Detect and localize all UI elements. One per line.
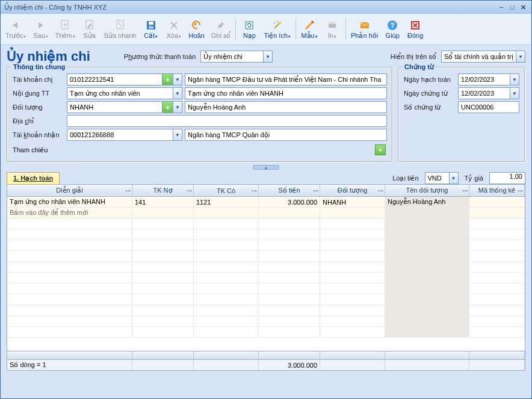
col-stat[interactable]: Mã thống kê⊶ (469, 185, 525, 196)
plus-icon[interactable]: + (162, 74, 173, 85)
tab-accounting[interactable]: 1. Hạch toán (7, 172, 60, 184)
toolbar-next[interactable]: Sau▾ (29, 18, 51, 40)
split-handle[interactable]: ▲ (253, 165, 279, 170)
addr-input[interactable] (67, 115, 387, 127)
chevron-down-icon[interactable]: ▼ (173, 129, 182, 140)
pin-icon[interactable]: ⊶ (187, 188, 192, 194)
titlebar: Ủy nhiệm chi - Công ty TNHH XYZ – □ ✕ (1, 1, 531, 14)
toolbar-save[interactable]: Cất▾ (140, 18, 162, 41)
toolbar-prev[interactable]: Trước▾ (3, 18, 28, 41)
chevron-down-icon[interactable]: ▼ (510, 74, 519, 85)
toolbar-help[interactable]: ?Giúp (382, 18, 403, 40)
toolbar-load[interactable]: Nạp (238, 18, 260, 41)
pin-icon[interactable]: ⊶ (518, 188, 523, 194)
pencil-icon (215, 19, 227, 31)
refresh-icon (243, 19, 255, 31)
content-full-input[interactable]: Tạm ứng cho nhân viên NHANH (185, 87, 387, 99)
chevron-down-icon[interactable]: ▼ (516, 51, 525, 62)
postdate-input[interactable]: 12/02/2023▼ (458, 73, 519, 85)
pin-icon[interactable]: ⊶ (462, 188, 468, 194)
vno-input[interactable]: UNC00006 (458, 101, 519, 113)
grid-footer: Số dòng = 1 3.000.000 (7, 360, 525, 371)
general-fieldset: Thông tin chung Tài khoản chi 0101222125… (7, 67, 393, 162)
rate-label: Tỷ giá (465, 175, 483, 182)
svg-point-7 (279, 21, 282, 23)
pin-icon[interactable]: ⊶ (125, 188, 131, 194)
sum-amount: 3.000.000 (259, 360, 320, 370)
toolbar-feedback[interactable]: Phản hồi (348, 18, 380, 41)
window-title: Ủy nhiệm chi - Công ty TNHH XYZ (4, 4, 495, 11)
table-row[interactable]: Tạm ứng cho nhân viên NHANH 141 1121 3.0… (7, 197, 525, 208)
vdate-input[interactable]: 12/02/2023▼ (458, 87, 519, 99)
grid-header: Diễn giải⊶ TK Nợ⊶ TK Có⊶ Số tiền⊶ Đối tư… (7, 185, 525, 197)
bank-pay-input[interactable]: Ngân hàng TMCP Đầu tư và Phát triển Việt… (185, 73, 387, 85)
ref-add-button[interactable]: + (375, 144, 386, 155)
subject-label: Đối tượng (13, 104, 64, 111)
acct-recv-combo[interactable]: 000121266888▼ (67, 129, 182, 141)
toolbar-print[interactable]: In▾ (321, 18, 343, 40)
new-row[interactable]: Bấm vào đây để thêm mới (7, 208, 525, 218)
toolbar-template[interactable]: Mẫu▾ (298, 18, 320, 41)
paymethod-combo[interactable]: Ủy nhiệm chi▼ (200, 51, 273, 63)
col-desc[interactable]: Diễn giải⊶ (7, 185, 132, 196)
toolbar-util[interactable]: Tiện ích▾ (261, 18, 293, 41)
content-combo[interactable]: Tạm ứng cho nhân viên▼ (67, 87, 182, 99)
save-icon (145, 19, 157, 31)
svg-rect-4 (149, 22, 153, 25)
toolbar-post[interactable]: Ghi sổ (209, 18, 234, 41)
toolbar-quickedit[interactable]: Sửa nhanh (102, 18, 139, 41)
svg-rect-6 (246, 22, 253, 29)
close-window-button[interactable]: ✕ (518, 2, 528, 12)
currency-combo[interactable]: VND▼ (425, 172, 459, 184)
addr-label: Địa chỉ (13, 117, 64, 125)
chevron-down-icon[interactable]: ▼ (173, 88, 182, 99)
display-label: Hiển thị trên sổ (391, 53, 436, 61)
acct-recv-label: Tài khoản nhận (13, 131, 64, 139)
col-debit[interactable]: TK Nợ⊶ (132, 185, 194, 196)
display-combo[interactable]: Sổ tài chính và quản trị▼ (441, 51, 525, 63)
col-amount[interactable]: Số tiền⊶ (259, 185, 320, 196)
general-legend: Thông tin chung (11, 63, 67, 70)
toolbar-add[interactable]: Thêm▾ (52, 18, 77, 40)
toolbar-delete[interactable]: Xóa▾ (163, 18, 185, 40)
page-title: Ủy nhiệm chi (7, 49, 90, 64)
acct-pay-label: Tài khoản chi (13, 76, 64, 84)
row-count: Số dòng = 1 (7, 360, 132, 370)
pin-icon[interactable]: ⊶ (313, 188, 318, 194)
chevron-down-icon[interactable]: ▼ (449, 173, 458, 184)
subject-name-input[interactable]: Nguyễn Hoàng Anh (185, 101, 387, 113)
delete-icon (168, 19, 180, 31)
toolbar-undo[interactable]: Hoãn (186, 18, 208, 40)
pin-icon[interactable]: ⊶ (378, 188, 383, 194)
maximize-button[interactable]: □ (507, 2, 517, 12)
voucher-fieldset: Chứng từ Ngày hạch toán 12/02/2023▼ Ngày… (398, 67, 525, 162)
chevron-down-icon[interactable]: ▼ (173, 102, 182, 113)
rate-input[interactable]: 1,00 (489, 172, 525, 184)
svg-rect-5 (149, 26, 153, 29)
pin-icon[interactable]: ⊶ (252, 188, 257, 194)
col-subject[interactable]: Đối tượng⊶ (320, 185, 385, 196)
ref-label: Tham chiếu (13, 146, 64, 154)
arrow-right-icon (34, 19, 46, 31)
file-edit-icon (84, 19, 96, 31)
plus-icon[interactable]: + (162, 102, 173, 113)
mail-icon (359, 19, 371, 31)
postdate-label: Ngày hạch toán (404, 76, 456, 84)
col-credit[interactable]: TK Có⊶ (194, 185, 259, 196)
accounting-grid: Diễn giải⊶ TK Nợ⊶ TK Có⊶ Số tiền⊶ Đối tư… (7, 184, 525, 360)
grid-body[interactable]: Tạm ứng cho nhân viên NHANH 141 1121 3.0… (7, 197, 525, 351)
toolbar-edit[interactable]: Sửa (79, 18, 101, 41)
toolbar-close[interactable]: Đóng (404, 18, 426, 40)
file-quickedit-icon (114, 19, 126, 31)
col-subject-name[interactable]: Tên đối tượng⊶ (385, 185, 469, 196)
svg-text:?: ? (391, 22, 395, 29)
acct-pay-combo[interactable]: 010122212541+▼ (67, 73, 182, 85)
chevron-down-icon[interactable]: ▼ (173, 74, 182, 85)
bank-recv-input[interactable]: Ngân hàng TMCP Quân đội (185, 129, 387, 141)
subject-combo[interactable]: NHANH+▼ (67, 101, 182, 113)
chevron-down-icon[interactable]: ▼ (263, 51, 272, 62)
minimize-button[interactable]: – (496, 2, 506, 12)
main-toolbar: Trước▾ Sau▾ Thêm▾ Sửa Sửa nhanh Cất▾ Xóa… (1, 14, 531, 45)
chevron-down-icon[interactable]: ▼ (510, 88, 519, 99)
help-icon: ? (386, 19, 398, 31)
